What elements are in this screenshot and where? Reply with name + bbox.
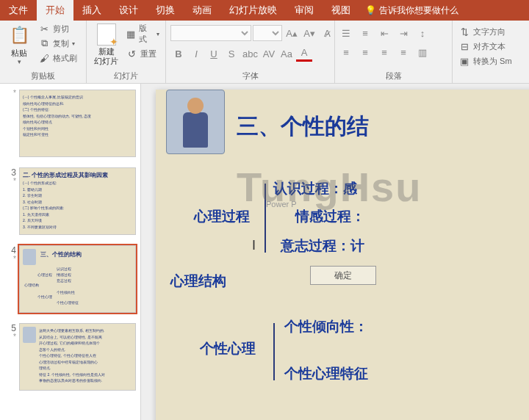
bold-button[interactable]: B (170, 46, 187, 62)
dialog-remnant: Power P (266, 200, 297, 209)
numbering-button[interactable]: ≡ (359, 26, 372, 40)
italic-button[interactable]: I (188, 46, 204, 62)
copy-icon: ⧉ (38, 37, 50, 49)
new-slide-icon: ✦ (97, 23, 116, 46)
bracket-line (264, 184, 266, 253)
slide-thumbnails[interactable]: * (一) 个性概念人事展, 比较稳定的意识倾向性与心理特征的总和.(二) 个性… (0, 84, 141, 420)
thumb-canvas: 二. 个性的形成过程及其影响因素 (一) 个性的形成过程:1. 婴幼儿期2. 学… (19, 167, 136, 235)
tab-review[interactable]: 审阅 (286, 0, 323, 21)
group-clipboard: 📋 粘贴 ▾ ✂剪切 ⧉复制▾ 🖌格式刷 剪贴板 (0, 21, 87, 83)
ribbon: 📋 粘贴 ▾ ✂剪切 ⧉复制▾ 🖌格式刷 剪贴板 ✦ 新建 幻灯片 ▦版式▾ ↺… (0, 21, 529, 84)
line-spacing-button[interactable]: ↕ (416, 26, 429, 40)
slide-thumb-3[interactable]: 3* 二. 个性的形成过程及其影响因素 (一) 个性的形成过程:1. 婴幼儿期2… (0, 164, 140, 242)
node-traits: 个性心理特征 (284, 364, 368, 383)
underline-button[interactable]: U (206, 46, 222, 62)
node-structure: 心理结构 (170, 272, 226, 291)
clipboard-label: 剪贴板 (4, 69, 82, 83)
tab-file[interactable]: 文件 (0, 0, 37, 21)
slide-thumb-2[interactable]: * (一) 个性概念人事展, 比较稳定的意识倾向性与心理特征的总和.(二) 个性… (0, 87, 140, 164)
person-illustration (166, 90, 225, 154)
slide-thumb-4[interactable]: 4* 三、个性的结构 认识过程 心理过程 情感过程 意志过程 心理结构 个性倾向… (0, 242, 140, 320)
tell-me[interactable]: 💡告诉我你想要做什么 (359, 0, 458, 21)
lightbulb-icon: 💡 (365, 5, 376, 15)
slides-label: 幻灯片 (91, 69, 161, 83)
tab-bar: 文件 开始 插入 设计 切换 动画 幻灯片放映 审阅 视图 💡告诉我你想要做什么 (0, 0, 529, 21)
node-tendency: 个性倾向性： (284, 317, 368, 336)
align-right-button[interactable]: ≡ (378, 46, 391, 59)
group-font: A▴ A▾ A̷ B I U S abc AV Aa A 字体 (166, 21, 335, 83)
thumb-canvas: (一) 个性概念人事展, 比较稳定的意识倾向性与心理特征的总和.(二) 个性的特… (19, 90, 136, 157)
columns-button[interactable]: ▥ (416, 46, 429, 59)
slide-canvas: 三、个性的结 TungHsu 认识过程：感 心理过程 情感过程： 意志过程：计 … (156, 90, 529, 420)
spacing-button[interactable]: AV (261, 46, 277, 62)
font-color-button[interactable]: A (296, 46, 312, 62)
decrease-font-button[interactable]: A▾ (301, 25, 317, 41)
scissors-icon: ✂ (38, 23, 50, 35)
text-direction-button[interactable]: ⇅文字方向 (457, 25, 514, 38)
tab-design[interactable]: 设计 (110, 0, 147, 21)
format-painter-button[interactable]: 🖌格式刷 (37, 51, 79, 65)
thumb-canvas: 这两大类心理要素相互联系, 相互制约的.从其结合上, 可以把心理特性, 是不能离… (19, 323, 136, 391)
paste-icon: 📋 (7, 23, 31, 47)
new-slide-button[interactable]: ✦ 新建 幻灯片 (91, 22, 121, 68)
paste-button[interactable]: 📋 粘贴 ▾ (4, 22, 34, 67)
smartart-icon: ▣ (458, 55, 470, 67)
justify-button[interactable]: ≡ (397, 46, 410, 59)
font-family-select[interactable] (170, 25, 251, 41)
node-process: 心理过程 (194, 207, 250, 226)
convert-smartart-button[interactable]: ▣转换为 Sm (457, 54, 514, 68)
shadow-button[interactable]: abc (241, 46, 259, 62)
person-icon (23, 249, 36, 265)
indent-inc-button[interactable]: ⇥ (397, 26, 410, 40)
bullets-button[interactable]: ☰ (339, 26, 353, 40)
case-button[interactable]: Aa (278, 46, 295, 62)
tab-animation[interactable]: 动画 (184, 0, 220, 21)
layout-icon: ▦ (126, 28, 136, 40)
slide-title: 三、个性的结 (237, 112, 369, 142)
group-slides: ✦ 新建 幻灯片 ▦版式▾ ↺重置 幻灯片 (87, 21, 166, 83)
align-text-button[interactable]: ⊟对齐文本 (457, 40, 514, 53)
bracket-line (273, 323, 275, 380)
ok-button[interactable]: 确定 (310, 266, 376, 285)
tab-home[interactable]: 开始 (37, 0, 73, 21)
align-text-icon: ⊟ (458, 40, 470, 52)
person-icon (23, 327, 36, 343)
work-area: * (一) 个性概念人事展, 比较稳定的意识倾向性与心理特征的总和.(二) 个性… (0, 84, 529, 420)
reset-button[interactable]: ↺重置 (124, 47, 161, 60)
strike-button[interactable]: S (223, 46, 240, 62)
font-label: 字体 (170, 69, 330, 83)
paragraph-label: 段落 (339, 69, 447, 83)
node-psych: 个性心理 (200, 339, 256, 358)
indent-dec-button[interactable]: ⇤ (378, 26, 391, 40)
tab-slideshow[interactable]: 幻灯片放映 (220, 0, 286, 21)
font-size-select[interactable] (253, 25, 282, 41)
align-left-button[interactable]: ≡ (339, 46, 353, 59)
copy-button[interactable]: ⧉复制▾ (37, 37, 79, 50)
group-textedit: ⇅文字方向 ⊟对齐文本 ▣转换为 Sm (453, 21, 522, 83)
reset-icon: ↺ (126, 48, 137, 59)
slide-canvas-area[interactable]: 三、个性的结 TungHsu 认识过程：感 心理过程 情感过程： 意志过程：计 … (141, 84, 529, 420)
slide-thumb-5[interactable]: 5* 这两大类心理要素相互联系, 相互制约的.从其结合上, 可以把心理特性, 是… (0, 320, 140, 398)
thumb-canvas-selected: 三、个性的结构 认识过程 心理过程 情感过程 意志过程 心理结构 个性倾向性 个… (19, 245, 136, 313)
align-center-button[interactable]: ≡ (359, 46, 372, 59)
tab-transition[interactable]: 切换 (147, 0, 184, 21)
tab-insert[interactable]: 插入 (73, 0, 110, 21)
text-direction-icon: ⇅ (458, 26, 470, 37)
group-paragraph: ☰ ≡ ⇤ ⇥ ↕ ≡ ≡ ≡ ≡ ▥ 段落 (335, 21, 453, 83)
increase-font-button[interactable]: A▴ (284, 25, 300, 41)
tab-view[interactable]: 视图 (323, 0, 359, 21)
tell-me-text: 告诉我你想要做什么 (379, 4, 458, 17)
text-cursor-icon: I (252, 238, 256, 253)
node-will: 意志过程：计 (281, 236, 364, 256)
paste-label: 粘贴 (11, 48, 27, 58)
new-slide-label: 新建 幻灯片 (94, 47, 118, 66)
clear-format-button[interactable]: A̷ (319, 25, 335, 41)
cut-button[interactable]: ✂剪切 (37, 22, 79, 35)
node-cognition: 认识过程：感 (273, 179, 357, 198)
layout-button[interactable]: ▦版式▾ (124, 22, 161, 46)
node-emotion: 情感过程： (295, 207, 365, 226)
brush-icon: 🖌 (38, 52, 50, 64)
